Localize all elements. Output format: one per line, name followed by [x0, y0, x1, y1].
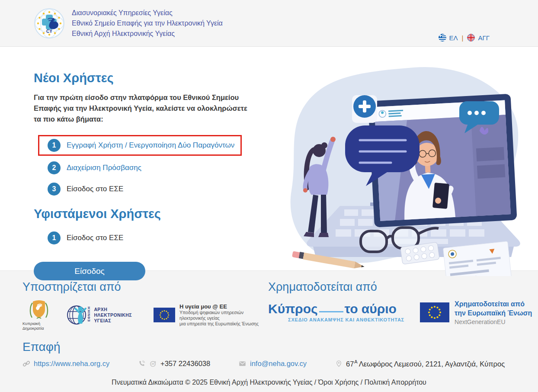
funded-by-section: Χρηματοδοτείται από Κύπρος το αύριο ΣΧΕΔ…: [268, 280, 532, 331]
link-icon: [22, 360, 30, 367]
existing-step-1-number: 1: [48, 231, 61, 244]
existing-step-1-label: Είσοδος στο ΕΣΕ: [67, 234, 123, 242]
step-2-row: 2 Διαχείριση Πρόσβασης: [48, 161, 259, 174]
cyprus-republic-caption: Κυπριακή Δημοκρατία: [22, 321, 55, 331]
brand-title: Διασυνοριακές Υπηρεσίες Υγείας Εθνικό Ση…: [72, 8, 223, 39]
eu-nextgeneration-logo: Χρηματοδοτείται από την Ευρωπαϊκή Ένωση …: [420, 299, 532, 325]
login-panel: Νέοι Χρήστες Για την πρώτη είσοδο στην π…: [34, 47, 259, 270]
neha-vertical-text: ΕΘΝΙΚΗ: [87, 306, 91, 321]
step-3-label: Είσοδος στο ΕΣΕ: [67, 185, 123, 193]
step-1-highlight-box: 1 Εγγραφή Χρήστη / Ενεργοποίηση Δύο Παρα…: [38, 135, 242, 156]
website-link[interactable]: https://www.neha.org.cy: [34, 360, 109, 368]
funded-by-title: Χρηματοδοτείται από: [268, 280, 532, 294]
website-item: https://www.neha.org.cy: [22, 360, 138, 368]
brand-line-2: Εθνικό Σημείο Επαφής για την Ηλεκτρονική…: [72, 18, 223, 29]
new-users-title: Νέοι Χρήστες: [34, 71, 259, 85]
cyprus-coat-of-arms-icon: [29, 299, 49, 320]
logo-cy-text: CY: [46, 29, 52, 34]
brand-line-3: Εθνική Αρχή Ηλεκτρονικής Υγείας: [72, 29, 223, 39]
step-1-number: 1: [48, 139, 61, 152]
email-item: info@neha.gov.cy: [239, 360, 336, 368]
email-link[interactable]: info@neha.gov.cy: [250, 360, 307, 368]
copyright-text: Πνευματικά Δικαιώματα © 2025 Εθνική Αρχή…: [112, 379, 312, 386]
step-2-number: 2: [48, 161, 61, 174]
neha-footer-logo: ΕΘΝΙΚΗ ΑΡΧΗ ΗΛΕΚΤΡΟΝΙΚΗΣ ΥΓΕΙΑΣ: [66, 303, 132, 327]
eu-flag-icon: [420, 302, 449, 322]
lang-divider: |: [462, 34, 464, 42]
neha-logo-text: ΑΡΧΗ ΗΛΕΚΤΡΟΝΙΚΗΣ ΥΓΕΙΑΣ: [94, 307, 132, 324]
step-3-row: 3 Είσοδος στο ΕΣΕ: [48, 183, 259, 196]
neha-cy-logo-icon: CY: [34, 8, 65, 39]
login-button[interactable]: Είσοδος: [34, 262, 145, 280]
step-1-registration-link[interactable]: Εγγραφή Χρήστη / Ενεργοποίηση Δύο Παραγό…: [67, 141, 234, 150]
lang-el-link[interactable]: ΕΛ: [449, 34, 458, 42]
language-switcher: ΕΛ | ΑΓΓ: [439, 34, 490, 42]
eu-funded-text: Χρηματοδοτείται από την Ευρωπαϊκή Ένωση …: [455, 299, 532, 325]
uk-flag-icon[interactable]: [467, 34, 475, 42]
terms-of-use-link[interactable]: / Όροι Χρήσης: [312, 379, 359, 386]
lang-en-link[interactable]: ΑΓΓ: [478, 34, 490, 42]
address-item: 67AΛεωφόρος Λεμεσού, 2121, Αγλαντζιά, Κύ…: [336, 359, 505, 368]
contact-title: Επαφή: [22, 340, 538, 354]
copyright-bar: Πνευματικά Δικαιώματα © 2025 Εθνική Αρχή…: [0, 379, 538, 386]
brand[interactable]: CY Διασυνοριακές Υπηρεσίες Υγείας Εθνικό…: [34, 8, 223, 39]
cyprus-republic-logo: Κυπριακή Δημοκρατία: [22, 299, 55, 331]
cyprus-tomorrow-joiner-line: [319, 311, 343, 312]
new-users-intro: Για την πρώτη είσοδο στην πλατφόρμα του …: [34, 92, 256, 125]
svg-text:24: 24: [151, 363, 154, 365]
cyprus-tomorrow-logo: Κύπρος το αύριο ΣΧΕΔΙΟ ΑΝΑΚΑΜΨΗΣ ΚΑΙ ΑΝΘ…: [268, 302, 404, 322]
phone-item: 24 +357 22436038: [138, 360, 239, 368]
phone-24h-icon: 24: [149, 360, 157, 367]
phone-number: +357 22436038: [160, 360, 210, 368]
telemedicine-illustration: [279, 60, 538, 270]
mail-icon: [239, 360, 246, 367]
contact-section: Επαφή https://www.neha.org.cy: [22, 340, 538, 368]
address-text: 67AΛεωφόρος Λεμεσού, 2121, Αγλαντζιά, Κύ…: [346, 359, 505, 368]
step-2-access-management-link[interactable]: Διαχείριση Πρόσβασης: [67, 164, 141, 172]
existing-step-1-row: 1 Είσοδος στο ΕΣΕ: [48, 231, 259, 244]
myhealth-eu-logo: Η υγεία μου @ ΕΕ Υποδομή ψηφιακών υπηρεσ…: [154, 303, 265, 327]
privacy-policy-link[interactable]: / Πολιτική Απορρήτου: [359, 379, 426, 386]
myhealth-eu-text: Η υγεία μου @ ΕΕ Υποδομή ψηφιακών υπηρεσ…: [179, 303, 265, 327]
page: CY Διασυνοριακές Υπηρεσίες Υγείας Εθνικό…: [0, 0, 538, 392]
plus-badge: [352, 95, 377, 123]
location-pin-icon: [336, 360, 342, 367]
brand-line-1: Διασυνοριακές Υπηρεσίες Υγείας: [72, 8, 223, 18]
eu-flag-icon: [154, 306, 175, 324]
telemedicine-illustration-svg: [279, 60, 538, 276]
header: CY Διασυνοριακές Υπηρεσίες Υγείας Εθνικό…: [0, 0, 538, 47]
footer: Υποστηρίζεται από Κυπριακή Δημοκρατία: [0, 270, 538, 392]
phone-icon: [138, 360, 145, 367]
supported-by-section: Υποστηρίζεται από Κυπριακή Δημοκρατία: [22, 280, 265, 331]
main-content: Νέοι Χρήστες Για την πρώτη είσοδο στην π…: [0, 47, 538, 270]
greek-flag-icon[interactable]: [439, 34, 446, 42]
step-3-number: 3: [48, 183, 61, 196]
existing-users-title: Υφιστάμενοι Χρήστες: [34, 207, 259, 221]
neha-globe-icon: ΕΘΝΙΚΗ: [66, 303, 92, 327]
supported-by-title: Υποστηρίζεται από: [22, 280, 265, 294]
